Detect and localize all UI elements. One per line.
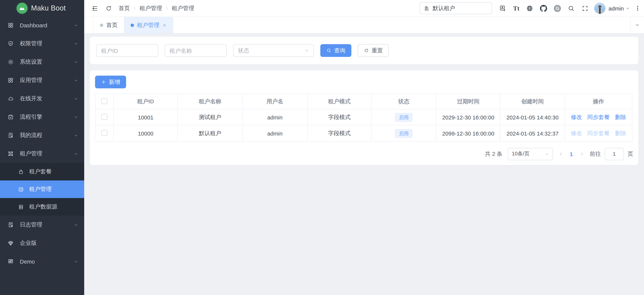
- chevron-down-icon: [74, 78, 78, 83]
- sidebar-item-system-settings[interactable]: 系统设置: [0, 53, 84, 71]
- refresh-icon: [364, 48, 369, 53]
- sync-package-link[interactable]: 同步套餐: [587, 130, 610, 136]
- breadcrumb-current-page: 租户管理: [172, 5, 194, 12]
- app-title: Maku Boot: [31, 4, 66, 12]
- close-icon[interactable]: [162, 23, 166, 27]
- col-status: 状态: [372, 94, 436, 109]
- cell-tenant-id: 10001: [114, 109, 178, 125]
- chevron-right-icon: [165, 6, 169, 11]
- gitee-icon: G: [554, 5, 561, 12]
- tenant-table-panel: 新增 租户ID 租户名称 用户名 租户模式 状态: [90, 70, 638, 165]
- col-username: 用户名: [242, 94, 307, 109]
- sidebar-item-tenant-package[interactable]: 租户套餐: [0, 163, 84, 180]
- page-number[interactable]: 1: [570, 151, 573, 157]
- cell-mode: 字段模式: [308, 125, 372, 141]
- table-row: 10001 测试租户 admin 字段模式 启用 2029-12-30 16:0…: [95, 109, 632, 125]
- pagination-total: 共 2 条: [485, 150, 502, 157]
- cell-expire-time: 2029-12-30 16:00:00: [436, 109, 500, 125]
- next-page-icon[interactable]: [580, 151, 584, 156]
- tenant-submenu: 租户套餐 租户管理 租户数据源: [0, 163, 84, 216]
- chevron-down-icon: [74, 115, 78, 119]
- sidebar-item-app-management[interactable]: 应用管理: [0, 71, 84, 90]
- tenant-table: 租户ID 租户名称 用户名 租户模式 状态 过期时间 创建时间 操作: [95, 94, 632, 142]
- tenant-select[interactable]: 默认租户: [420, 2, 492, 14]
- sidebar-item-dashboard[interactable]: Dashboard: [0, 16, 84, 35]
- gear-icon: [8, 59, 14, 65]
- sidebar-item-online-dev[interactable]: 在线开发: [0, 90, 84, 108]
- reset-button[interactable]: 重置: [358, 44, 389, 57]
- language-button[interactable]: [523, 0, 536, 17]
- status-select[interactable]: 状态: [233, 44, 314, 57]
- refresh-button[interactable]: [102, 0, 116, 17]
- sidebar-item-tenant-management-sub[interactable]: 租户管理: [0, 180, 84, 198]
- col-create-time: 创建时间: [500, 94, 565, 109]
- chevron-down-icon: [635, 23, 640, 28]
- status-badge: 启用: [395, 129, 412, 138]
- sidebar-item-permissions[interactable]: 权限管理: [0, 35, 84, 53]
- chevron-down-icon: [74, 60, 78, 64]
- tenant-id-input[interactable]: [96, 44, 158, 57]
- plus-icon: [101, 79, 106, 85]
- breadcrumb-tenant-module[interactable]: 租户管理: [140, 5, 162, 12]
- app-logo[interactable]: Maku Boot: [0, 0, 84, 16]
- translate-button[interactable]: [496, 0, 510, 17]
- user-menu[interactable]: admin: [608, 5, 630, 12]
- avatar[interactable]: [594, 3, 606, 14]
- sidebar-item-demo[interactable]: Demo: [0, 252, 84, 271]
- sidebar-item-workflow-engine[interactable]: 流程引擎: [0, 108, 84, 126]
- delete-link[interactable]: 删除: [615, 130, 626, 136]
- sync-package-link[interactable]: 同步套餐: [587, 114, 610, 120]
- filter-panel: 状态 查询 重置: [90, 37, 638, 64]
- page-content: 状态 查询 重置 新增: [84, 34, 644, 295]
- gitee-button[interactable]: G: [550, 0, 564, 17]
- prev-page-icon[interactable]: [558, 151, 563, 156]
- tabs-dropdown-button[interactable]: [630, 17, 644, 33]
- status-badge: 启用: [395, 113, 412, 122]
- edit-link[interactable]: 修改: [571, 114, 582, 120]
- chevron-down-icon: [545, 152, 549, 156]
- breadcrumb-home[interactable]: 首页: [118, 5, 130, 12]
- tab-tenant-management[interactable]: 租户管理: [124, 17, 173, 33]
- sidebar-item-tenant-management[interactable]: 租户管理: [0, 145, 84, 163]
- chevron-down-icon: [74, 133, 78, 138]
- add-button[interactable]: 新增: [95, 76, 126, 88]
- chevron-down-icon: [74, 23, 78, 28]
- row-checkbox[interactable]: [102, 114, 108, 120]
- sidebar-menu: Dashboard 权限管理 系统设置 应用管理 在线开发: [0, 16, 84, 295]
- font-size-button[interactable]: Tt: [510, 0, 523, 17]
- goto-page-input[interactable]: [605, 148, 624, 160]
- refresh-icon: [105, 5, 112, 12]
- row-checkbox[interactable]: [102, 130, 108, 136]
- col-expire-time: 过期时间: [436, 94, 500, 109]
- github-button[interactable]: [536, 0, 550, 17]
- log-document-icon: [8, 222, 14, 228]
- sidebar-item-log-management[interactable]: 日志管理: [0, 216, 84, 234]
- cell-create-time: 2024-01-05 14:32:37: [500, 125, 565, 141]
- sidebar-item-tenant-datasource[interactable]: 租户数据源: [0, 198, 84, 216]
- sidebar-collapse-button[interactable]: [88, 0, 102, 17]
- fullscreen-button[interactable]: [578, 0, 592, 17]
- breadcrumb: 首页 租户管理 租户管理: [118, 5, 194, 12]
- tab-dot: [100, 24, 103, 27]
- page-unit-label: 页: [628, 150, 633, 157]
- frame-icon: [8, 150, 14, 157]
- tenant-name-input[interactable]: [165, 44, 227, 57]
- table-row: 10000 默认租户 admin 字段模式 启用 2099-12-30 16:0…: [95, 125, 632, 141]
- search-button[interactable]: [564, 0, 578, 17]
- search-button[interactable]: 查询: [320, 44, 351, 57]
- select-all-checkbox[interactable]: [102, 98, 108, 104]
- sidebar-item-my-workflow[interactable]: 我的流程: [0, 126, 84, 145]
- topbar-actions: 默认租户 Tt G admin: [420, 0, 641, 17]
- tab-home[interactable]: 首页: [93, 17, 124, 33]
- logo-mountain-icon: [16, 3, 28, 14]
- list-icon: [18, 186, 24, 192]
- username: admin: [608, 5, 624, 12]
- col-tenant-id: 租户ID: [114, 94, 178, 109]
- calendar-check-icon: [8, 114, 14, 120]
- delete-link[interactable]: 删除: [615, 114, 626, 120]
- grid-icon: [8, 22, 14, 29]
- more-options-kebab-icon[interactable]: [634, 5, 641, 12]
- edit-link[interactable]: 修改: [571, 130, 582, 136]
- page-size-select[interactable]: 10条/页: [508, 148, 553, 160]
- sidebar-item-enterprise[interactable]: 企业版: [0, 234, 84, 252]
